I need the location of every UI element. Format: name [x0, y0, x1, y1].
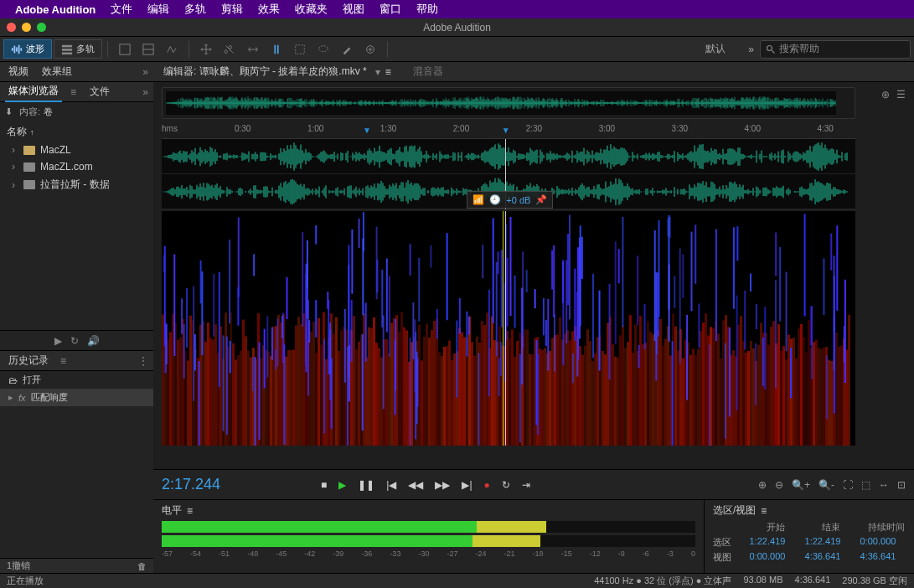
- preview-play-icon[interactable]: ▶: [54, 335, 62, 347]
- playhead-marker-icon[interactable]: ▼: [502, 126, 510, 135]
- timeline-ruler[interactable]: hms 0:30 1:00 1:30 2:00 2:30 3:00 3:30 4…: [162, 124, 855, 139]
- tree-item[interactable]: ›拉普拉斯 - 数据: [0, 175, 153, 194]
- tool-brush[interactable]: [336, 41, 358, 58]
- overview-options-icon[interactable]: ☰: [896, 89, 906, 101]
- tool-time-select[interactable]: [266, 41, 287, 58]
- tab-history[interactable]: 历史记录: [5, 351, 52, 370]
- trash-icon[interactable]: 🗑: [137, 561, 147, 571]
- hud-overlay[interactable]: 📶 🕘 +0 dB 📌: [467, 191, 553, 209]
- panel-dock-icon[interactable]: ⋮: [138, 355, 148, 367]
- tool-slip[interactable]: [242, 41, 264, 58]
- tree-column-name[interactable]: 名称↑: [0, 122, 153, 142]
- close-window-button[interactable]: [7, 23, 16, 32]
- tab-video[interactable]: 视频: [5, 62, 32, 81]
- cti-marker-icon[interactable]: ▼: [363, 126, 371, 135]
- zoom-navigator-icon[interactable]: ⊕: [881, 89, 890, 101]
- tab-media-browser[interactable]: 媒体浏览器: [5, 81, 62, 102]
- waveform-display[interactable]: dB L dB R 📶 🕘 +0 dB 📌: [162, 139, 855, 209]
- zoom-in-time-icon[interactable]: 🔍+: [792, 479, 810, 491]
- pause-button[interactable]: ❚❚: [358, 479, 374, 491]
- menu-edit[interactable]: 编辑: [147, 2, 169, 17]
- menu-effects[interactable]: 效果: [258, 2, 280, 17]
- mixer-tab[interactable]: 混音器: [408, 62, 448, 81]
- level-meter-right[interactable]: [162, 535, 695, 547]
- view-waveform-button[interactable]: 波形: [3, 39, 52, 59]
- play-button[interactable]: ▶: [338, 479, 346, 491]
- tool-marquee[interactable]: [289, 41, 311, 58]
- tree-item[interactable]: ›MacZL: [0, 142, 153, 158]
- tab-fx-rack[interactable]: 效果组: [39, 62, 75, 81]
- zoom-selection-icon[interactable]: ⬚: [861, 479, 870, 491]
- selection-line[interactable]: [503, 211, 503, 446]
- playhead-line[interactable]: [505, 211, 506, 446]
- workspace-selector[interactable]: 默认: [689, 42, 742, 56]
- hud-pin-icon[interactable]: 📌: [535, 194, 547, 205]
- timecode-display[interactable]: 2:17.244: [162, 476, 304, 493]
- sel-start[interactable]: 1:22.419: [740, 536, 795, 549]
- content-value[interactable]: 卷: [44, 106, 53, 118]
- panel-menu-icon[interactable]: ≡: [60, 355, 66, 367]
- zoom-out-full-icon[interactable]: ⊡: [897, 479, 906, 491]
- hud-volume-icon[interactable]: 📶: [472, 194, 484, 205]
- tool-spot-heal[interactable]: [359, 41, 381, 58]
- tool-pitch-toggle[interactable]: [161, 41, 183, 58]
- tool-razor[interactable]: [219, 41, 240, 58]
- spectral-display[interactable]: [162, 211, 855, 446]
- stop-button[interactable]: ■: [321, 479, 327, 491]
- menu-help[interactable]: 帮助: [416, 2, 438, 17]
- menu-favorites[interactable]: 收藏夹: [295, 2, 328, 17]
- view-end[interactable]: 4:36.641: [795, 551, 850, 564]
- level-meter-left[interactable]: [162, 521, 695, 533]
- sel-duration[interactable]: 0:00.000: [850, 536, 906, 549]
- zoom-full-icon[interactable]: ⛶: [843, 479, 853, 491]
- view-start[interactable]: 0:00.000: [740, 551, 795, 564]
- selview-title[interactable]: 选区/视图: [713, 503, 756, 518]
- levels-title[interactable]: 电平: [162, 503, 182, 518]
- zoom-out-time-icon[interactable]: 🔍-: [818, 479, 834, 491]
- view-duration[interactable]: 4:36.641: [850, 551, 906, 564]
- menu-clip[interactable]: 剪辑: [221, 2, 243, 17]
- tool-move[interactable]: [195, 41, 217, 58]
- tool-lasso[interactable]: [312, 41, 334, 58]
- tab-files[interactable]: 文件: [86, 82, 113, 101]
- sel-end[interactable]: 1:22.419: [795, 536, 850, 549]
- maximize-window-button[interactable]: [37, 23, 46, 32]
- menu-file[interactable]: 文件: [111, 2, 132, 17]
- zoom-out-amp-icon[interactable]: ⊖: [775, 479, 783, 491]
- rewind-button[interactable]: ◀◀: [408, 479, 423, 491]
- loop-button[interactable]: ↻: [502, 479, 510, 491]
- panel-menu-icon[interactable]: ≡: [385, 66, 391, 78]
- app-name[interactable]: Adobe Audition: [15, 3, 96, 16]
- view-multitrack-button[interactable]: 多轨: [54, 39, 102, 59]
- menu-window[interactable]: 窗口: [380, 2, 401, 17]
- tree-item[interactable]: ›MacZL.com: [0, 158, 153, 175]
- preview-autoplay-icon[interactable]: 🔊: [87, 335, 100, 347]
- search-help-input[interactable]: 搜索帮助: [760, 40, 911, 59]
- forward-button[interactable]: ▶▶: [435, 479, 450, 491]
- panel-overflow-icon[interactable]: »: [142, 86, 148, 98]
- tool-spectral-toggle[interactable]: [137, 41, 159, 58]
- hud-db-value[interactable]: +0 dB: [506, 195, 530, 205]
- history-item-open[interactable]: 🗁 打开: [0, 371, 153, 389]
- zoom-in-point-icon[interactable]: ↔: [879, 479, 889, 491]
- workspace-overflow-icon[interactable]: »: [743, 41, 759, 58]
- editor-tab-dropdown-icon[interactable]: ▾: [375, 66, 380, 78]
- panel-menu-icon[interactable]: ≡: [70, 86, 76, 98]
- editor-tab-label[interactable]: 编辑器: 谭咏麟、顾芮宁 - 披着羊皮的狼.mkv *: [158, 62, 372, 81]
- record-button[interactable]: ●: [484, 479, 490, 491]
- history-item-match-loudness[interactable]: ▸ fx 匹配响度: [0, 389, 153, 406]
- go-to-end-button[interactable]: ▶|: [462, 479, 472, 491]
- overview-waveform[interactable]: [162, 87, 855, 119]
- panel-menu-icon[interactable]: ≡: [761, 505, 767, 517]
- hud-time-icon[interactable]: 🕘: [489, 194, 501, 205]
- go-to-start-button[interactable]: |◀: [386, 479, 396, 491]
- panel-menu-icon[interactable]: ≡: [187, 505, 193, 517]
- import-icon[interactable]: ⬇: [5, 106, 13, 117]
- menu-multitrack[interactable]: 多轨: [184, 2, 206, 17]
- panel-overflow-icon[interactable]: »: [142, 66, 148, 78]
- tool-hud-toggle[interactable]: [114, 41, 136, 58]
- zoom-in-amp-icon[interactable]: ⊕: [758, 479, 767, 491]
- skip-selection-button[interactable]: ⇥: [522, 479, 530, 491]
- preview-loop-icon[interactable]: ↻: [70, 335, 79, 347]
- minimize-window-button[interactable]: [22, 23, 31, 32]
